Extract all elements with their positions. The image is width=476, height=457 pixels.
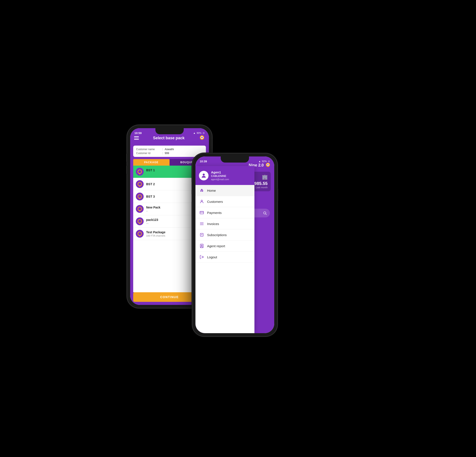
notch-front (221, 156, 249, 162)
pack-icon-bst3 (136, 193, 144, 200)
pack-icon-bst1 (136, 168, 144, 176)
volume-down-front (192, 194, 192, 202)
avatar-icon (201, 173, 207, 179)
drawer-item-home[interactable]: Home (196, 185, 255, 196)
pack-icon-inner-bst2 (137, 182, 142, 186)
battery-icon: ⊙ (203, 132, 204, 135)
pack-icon-inner-bst3 (137, 194, 142, 199)
status-time-back: 10:59 (135, 131, 142, 135)
volume-up-button (126, 153, 127, 162)
revenue-building-icon: 🏢 (262, 174, 268, 180)
notch-back (155, 128, 184, 134)
power-button-front (277, 188, 278, 201)
battery-icon-front: ⊙ (268, 160, 270, 163)
drawer-avatar (199, 171, 209, 180)
drawer-item-label-invoices: Invoices (207, 222, 219, 226)
navigation-drawer: Agen1 CABLENINE agent@mail.com Home (196, 166, 255, 333)
status-time-front: 10:39 (200, 160, 207, 163)
drawer-user-info: Agen1 CABLENINE agent@mail.com (211, 170, 229, 181)
customer-name-value: Aswathi (165, 148, 174, 151)
drawer-item-label-payments: Payments (207, 211, 222, 215)
volume-down-button (126, 165, 127, 174)
agent-report-icon (199, 244, 204, 248)
svg-point-12 (201, 200, 202, 202)
drawer-item-label-logout: Logout (207, 255, 217, 259)
volume-up-front (192, 182, 192, 190)
pack-icon-inner-testpkg (137, 232, 142, 236)
drawer-header: Agen1 CABLENINE agent@mail.com (196, 166, 255, 185)
subscriptions-icon (199, 232, 204, 237)
svg-rect-13 (200, 211, 204, 214)
customer-name-sep: : (162, 148, 163, 151)
pack-icon-testpkg (136, 230, 144, 238)
customer-id-label: Customer Id (136, 152, 162, 155)
battery-text-front: 92% (262, 160, 267, 162)
customer-id-row: Customer Id : 999 (136, 152, 203, 155)
customer-name-label: Customer name (136, 148, 162, 151)
drawer-item-invoices[interactable]: Invoices (196, 218, 255, 229)
payments-icon (199, 210, 204, 215)
customer-id-value: 999 (165, 152, 169, 155)
drawer-item-subscriptions[interactable]: Subscriptions (196, 229, 255, 240)
drawer-item-label-subscriptions: Subscriptions (207, 233, 227, 237)
tab-package[interactable]: PACKAGE (133, 159, 170, 166)
drawer-username: Agen1 (211, 170, 229, 174)
logout-icon (199, 255, 204, 259)
hamburger-line-3 (134, 139, 139, 140)
home-icon (199, 188, 204, 193)
drawer-item-label-agent-report: Agent report (207, 244, 225, 248)
drawer-item-payments[interactable]: Payments (196, 207, 255, 218)
drawer-item-agent-report[interactable]: Agent report (196, 240, 255, 252)
customers-icon (199, 199, 204, 204)
svg-point-11 (203, 173, 204, 175)
pack-icon-inner-bst1 (137, 169, 142, 174)
revenue-label: Last month (256, 186, 267, 189)
signal-icon: ▲ (193, 132, 196, 134)
customer-info-card: Customer name : Aswathi Customer Id : 99… (133, 146, 206, 157)
pack-icon-pack123 (136, 217, 144, 225)
drawer-item-label-customers: Customers (207, 200, 223, 203)
customer-name-row: Customer name : Aswathi (136, 148, 203, 151)
pack-icon-newpack (136, 205, 144, 213)
drawer-email: agent@mail.com (211, 178, 229, 181)
invoices-icon (199, 221, 204, 226)
drawer-item-logout[interactable]: Logout (196, 252, 255, 263)
phone-front: 10:39 ▲ 92% ⊙ Nine 2.0 (192, 153, 277, 336)
scene: 10:59 ▲ 90% ⊙ Select base pack (119, 114, 358, 343)
customer-id-sep: : (162, 152, 163, 155)
pack-icon-inner-pack123 (137, 219, 142, 223)
drawer-item-label-home: Home (207, 189, 216, 192)
status-icons-back: ▲ 90% ⊙ (193, 132, 204, 135)
drawer-menu: Home Customers (196, 185, 255, 333)
battery-text: 90% (196, 132, 201, 134)
pack-icon-bst2 (136, 180, 144, 188)
status-icons-front: ▲ 92% ⊙ (259, 160, 270, 163)
signal-icon-front: ▲ (259, 160, 261, 162)
search-icon (263, 211, 267, 215)
drawer-item-customers[interactable]: Customers (196, 196, 255, 207)
drawer-company: CABLENINE (211, 175, 229, 178)
screen-front: 10:39 ▲ 92% ⊙ Nine 2.0 (196, 156, 274, 333)
pack-icon-inner-newpack (137, 207, 142, 211)
hamburger-line-2 (134, 138, 139, 138)
svg-point-20 (201, 245, 202, 246)
svg-line-9 (265, 214, 266, 215)
